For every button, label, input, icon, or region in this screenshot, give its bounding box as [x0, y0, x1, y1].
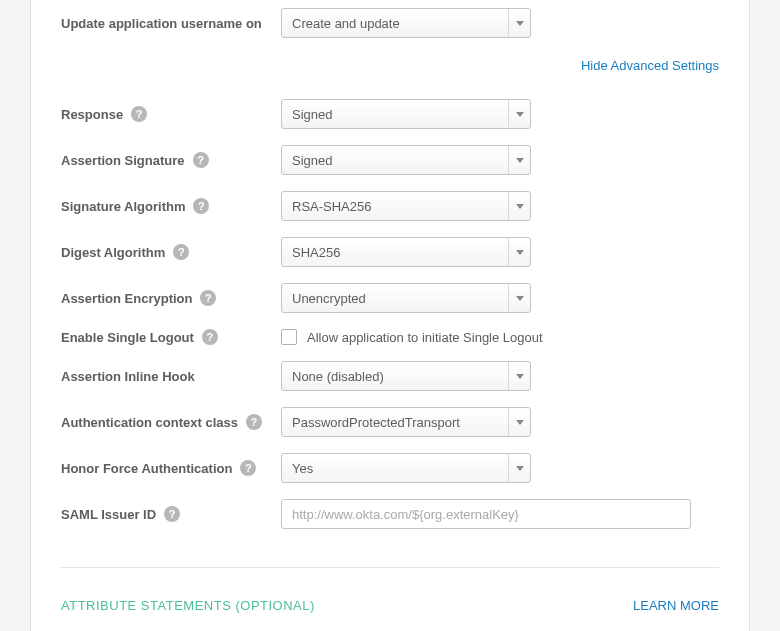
select-assertion-signature[interactable]: Signed	[281, 145, 531, 175]
label-auth-context-class: Authentication context class	[61, 415, 238, 430]
row-enable-single-logout: Enable Single Logout ? Allow application…	[31, 321, 749, 353]
help-icon[interactable]: ?	[193, 198, 209, 214]
label-enable-single-logout: Enable Single Logout	[61, 330, 194, 345]
label-assertion-signature: Assertion Signature	[61, 153, 185, 168]
help-icon[interactable]: ?	[200, 290, 216, 306]
help-icon[interactable]: ?	[202, 329, 218, 345]
label-assertion-inline-hook: Assertion Inline Hook	[61, 369, 195, 384]
label-signature-algorithm: Signature Algorithm	[61, 199, 185, 214]
row-honor-force-auth: Honor Force Authentication ? Yes	[31, 445, 749, 491]
row-assertion-signature: Assertion Signature ? Signed	[31, 137, 749, 183]
select-update-username[interactable]: Create and update	[281, 8, 531, 38]
select-auth-context-class[interactable]: PasswordProtectedTransport	[281, 407, 531, 437]
row-digest-algorithm: Digest Algorithm ? SHA256	[31, 229, 749, 275]
select-signature-algorithm[interactable]: RSA-SHA256	[281, 191, 531, 221]
learn-more-link[interactable]: LEARN MORE	[633, 598, 719, 613]
select-value: None (disabled)	[292, 369, 384, 384]
select-value: Signed	[292, 107, 332, 122]
chevron-down-icon	[508, 192, 530, 220]
select-value: Create and update	[292, 16, 400, 31]
input-saml-issuer-id[interactable]	[281, 499, 691, 529]
help-icon[interactable]: ?	[240, 460, 256, 476]
label-digest-algorithm: Digest Algorithm	[61, 245, 165, 260]
row-auth-context-class: Authentication context class ? PasswordP…	[31, 399, 749, 445]
chevron-down-icon	[508, 408, 530, 436]
select-value: PasswordProtectedTransport	[292, 415, 460, 430]
help-icon[interactable]: ?	[246, 414, 262, 430]
help-icon[interactable]: ?	[173, 244, 189, 260]
checkbox-single-logout[interactable]	[281, 329, 297, 345]
label-honor-force-auth: Honor Force Authentication	[61, 461, 232, 476]
label-assertion-encryption: Assertion Encryption	[61, 291, 192, 306]
chevron-down-icon	[508, 146, 530, 174]
chevron-down-icon	[508, 9, 530, 37]
label-response: Response	[61, 107, 123, 122]
label-saml-issuer-id: SAML Issuer ID	[61, 507, 156, 522]
section-title-attribute-statements: ATTRIBUTE STATEMENTS (OPTIONAL)	[61, 598, 315, 613]
row-response: Response ? Signed	[31, 91, 749, 137]
help-icon[interactable]: ?	[164, 506, 180, 522]
select-digest-algorithm[interactable]: SHA256	[281, 237, 531, 267]
row-update-username: Update application username on Create an…	[31, 0, 749, 46]
select-value: Signed	[292, 153, 332, 168]
chevron-down-icon	[508, 100, 530, 128]
select-value: SHA256	[292, 245, 340, 260]
help-icon[interactable]: ?	[193, 152, 209, 168]
select-value: Yes	[292, 461, 313, 476]
select-assertion-inline-hook[interactable]: None (disabled)	[281, 361, 531, 391]
chevron-down-icon	[508, 362, 530, 390]
checkbox-label-single-logout: Allow application to initiate Single Log…	[307, 330, 543, 345]
select-response[interactable]: Signed	[281, 99, 531, 129]
select-value: Unencrypted	[292, 291, 366, 306]
settings-card: Update application username on Create an…	[30, 0, 750, 631]
help-icon[interactable]: ?	[131, 106, 147, 122]
row-assertion-inline-hook: Assertion Inline Hook None (disabled)	[31, 353, 749, 399]
select-honor-force-auth[interactable]: Yes	[281, 453, 531, 483]
row-assertion-encryption: Assertion Encryption ? Unencrypted	[31, 275, 749, 321]
hide-advanced-link[interactable]: Hide Advanced Settings	[581, 58, 719, 73]
chevron-down-icon	[508, 238, 530, 266]
label-update-username: Update application username on	[61, 16, 262, 31]
row-saml-issuer-id: SAML Issuer ID ?	[31, 491, 749, 537]
row-signature-algorithm: Signature Algorithm ? RSA-SHA256	[31, 183, 749, 229]
select-value: RSA-SHA256	[292, 199, 371, 214]
chevron-down-icon	[508, 454, 530, 482]
select-assertion-encryption[interactable]: Unencrypted	[281, 283, 531, 313]
section-footer: ATTRIBUTE STATEMENTS (OPTIONAL) LEARN MO…	[31, 568, 749, 613]
chevron-down-icon	[508, 284, 530, 312]
